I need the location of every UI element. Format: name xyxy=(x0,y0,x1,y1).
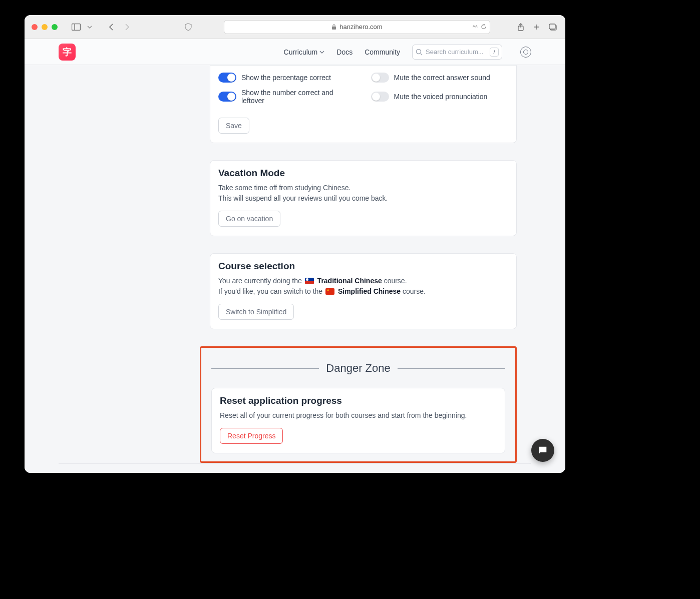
back-button[interactable] xyxy=(106,22,117,33)
refresh-icon[interactable] xyxy=(481,24,487,30)
course-switch-line: If you'd like, you can switch to the Sim… xyxy=(218,286,508,297)
reset-progress-card: Reset application progress Reset all of … xyxy=(211,388,505,453)
address-bar[interactable]: hanzihero.com ᴬᴬ xyxy=(224,20,490,34)
save-button[interactable]: Save xyxy=(218,118,249,134)
vacation-desc-1: Take some time off from studying Chinese… xyxy=(218,183,508,193)
svg-rect-2 xyxy=(332,27,336,30)
toggle-mute-correct[interactable] xyxy=(371,73,389,83)
lock-icon xyxy=(331,24,336,30)
share-icon[interactable] xyxy=(515,22,526,33)
toggle-mute-correct-label: Mute the correct answer sound xyxy=(394,74,490,82)
chat-widget-button[interactable] xyxy=(531,439,554,462)
flag-china-icon xyxy=(325,288,334,295)
forward-button[interactable] xyxy=(122,22,133,33)
search-input[interactable]: Search curriculum... / xyxy=(412,45,502,60)
vacation-desc-2: This will suspend all your reviews until… xyxy=(218,193,508,204)
chevron-down-icon[interactable] xyxy=(87,22,93,33)
toggle-mute-voice[interactable] xyxy=(371,92,389,102)
footer-divider xyxy=(59,463,531,464)
reset-title: Reset application progress xyxy=(220,395,497,406)
search-icon xyxy=(416,49,423,56)
toggle-percentage-label: Show the percentage correct xyxy=(241,74,331,82)
tabs-overview-icon[interactable] xyxy=(547,22,558,33)
nav-curriculum[interactable]: Curriculum xyxy=(284,48,325,56)
danger-zone-highlight: Danger Zone Reset application progress R… xyxy=(200,346,517,463)
reset-progress-button[interactable]: Reset Progress xyxy=(220,428,283,444)
vacation-button[interactable]: Go on vacation xyxy=(218,211,280,227)
privacy-shield-icon[interactable] xyxy=(183,22,194,33)
chevron-down-icon xyxy=(319,51,324,54)
svg-rect-8 xyxy=(549,24,555,29)
app-logo[interactable]: 字 xyxy=(59,44,76,61)
svg-point-9 xyxy=(417,49,421,54)
page-content: Show the percentage correct Mute the cor… xyxy=(25,65,565,473)
course-current-line: You are currently doing the Traditional … xyxy=(218,276,508,286)
browser-window: hanzihero.com ᴬᴬ 字 Curriculum Docs Commu… xyxy=(25,15,565,473)
course-selection-card: Course selection You are currently doing… xyxy=(210,253,517,329)
danger-zone-title: Danger Zone xyxy=(326,362,390,375)
danger-zone-divider: Danger Zone xyxy=(211,362,505,375)
reset-desc: Reset all of your current progress for b… xyxy=(220,410,497,421)
chat-icon xyxy=(537,445,548,456)
account-icon[interactable] xyxy=(520,47,531,58)
nav-docs[interactable]: Docs xyxy=(336,48,353,56)
svg-line-10 xyxy=(421,54,422,55)
nav-docs-label: Docs xyxy=(336,48,353,56)
nav-community[interactable]: Community xyxy=(365,48,400,56)
toggle-number-correct[interactable] xyxy=(218,92,236,102)
toggle-percentage[interactable] xyxy=(218,73,236,83)
window-controls xyxy=(32,24,58,30)
vacation-title: Vacation Mode xyxy=(218,168,508,179)
translate-icon[interactable]: ᴬᴬ xyxy=(473,24,478,30)
maximize-window-button[interactable] xyxy=(52,24,58,30)
switch-course-button[interactable]: Switch to Simplified xyxy=(218,304,294,320)
course-title: Course selection xyxy=(218,261,508,272)
vacation-mode-card: Vacation Mode Take some time off from st… xyxy=(210,160,517,236)
svg-rect-0 xyxy=(72,24,81,30)
nav-curriculum-label: Curriculum xyxy=(284,48,318,56)
toggle-number-correct-label: Show the number correct and leftover xyxy=(241,89,356,105)
search-shortcut-badge: / xyxy=(490,48,499,57)
review-settings-card: Show the percentage correct Mute the cor… xyxy=(210,65,517,143)
search-placeholder: Search curriculum... xyxy=(426,48,487,56)
toggle-mute-voice-label: Mute the voiced pronunciation xyxy=(394,93,488,101)
minimize-window-button[interactable] xyxy=(42,24,48,30)
flag-taiwan-icon xyxy=(305,278,314,284)
address-domain: hanzihero.com xyxy=(339,23,382,31)
new-tab-icon[interactable] xyxy=(531,22,542,33)
sidebar-toggle-icon[interactable] xyxy=(71,22,82,33)
close-window-button[interactable] xyxy=(32,24,38,30)
app-header: 字 Curriculum Docs Community Search curri… xyxy=(25,39,565,65)
title-bar: hanzihero.com ᴬᴬ xyxy=(25,15,565,39)
nav-community-label: Community xyxy=(365,48,400,56)
